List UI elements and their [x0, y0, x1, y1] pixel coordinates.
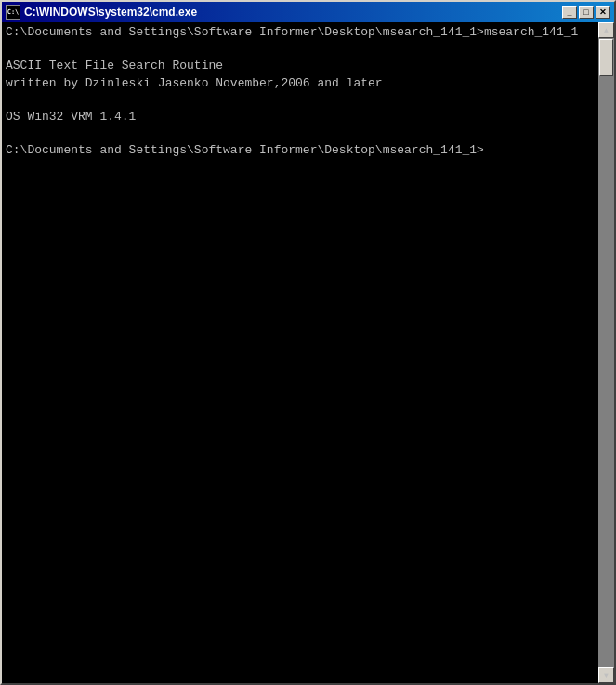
terminal-line: OS Win32 VRM 1.4.1: [6, 109, 610, 125]
window-title: C:\WINDOWS\system32\cmd.exe: [24, 6, 197, 19]
terminal-line: [6, 92, 610, 109]
terminal-line: [6, 41, 610, 58]
terminal-output: C:\Documents and Settings\Software Infor…: [6, 24, 610, 160]
terminal-line: C:\Documents and Settings\Software Infor…: [6, 24, 610, 41]
scroll-up-button[interactable]: ▲: [598, 22, 614, 38]
title-bar: C:\ C:\WINDOWS\system32\cmd.exe _ □ ✕: [2, 2, 614, 22]
terminal-line: ASCII Text File Search Routine: [6, 58, 610, 74]
terminal-body[interactable]: C:\Documents and Settings\Software Infor…: [2, 22, 614, 683]
cmd-window: C:\ C:\WINDOWS\system32\cmd.exe _ □ ✕ C:…: [0, 0, 616, 685]
close-button[interactable]: ✕: [596, 6, 610, 19]
cmd-icon: C:\: [6, 5, 20, 20]
title-bar-left: C:\ C:\WINDOWS\system32\cmd.exe: [6, 5, 197, 20]
terminal-line: [6, 125, 610, 142]
maximize-button[interactable]: □: [579, 6, 594, 19]
title-bar-buttons: _ □ ✕: [562, 6, 610, 19]
terminal-line: C:\Documents and Settings\Software Infor…: [6, 142, 610, 159]
scrollbar[interactable]: ▲ ▼: [598, 22, 614, 683]
minimize-button[interactable]: _: [562, 6, 577, 19]
terminal-line: written by Dzinleski Jasenko November,20…: [6, 75, 610, 92]
scroll-down-button[interactable]: ▼: [598, 667, 614, 683]
scroll-thumb[interactable]: [599, 39, 613, 76]
scroll-track[interactable]: [598, 38, 614, 667]
